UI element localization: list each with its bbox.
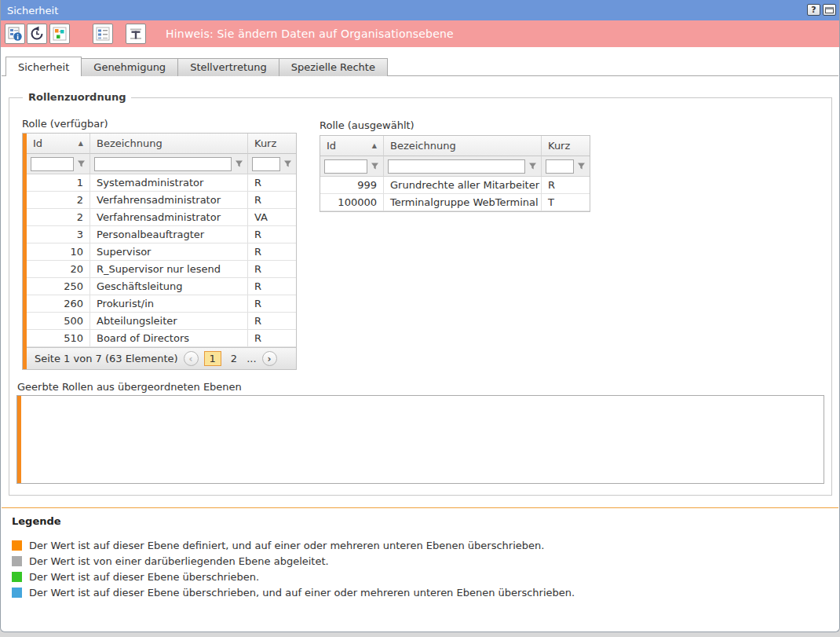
cell-kurz: R <box>248 330 296 347</box>
column-header-kurz[interactable]: Kurz <box>542 136 590 156</box>
legende-item: Der Wert ist auf dieser Ebene überschrie… <box>12 569 828 584</box>
notice-toolbar: Hinweis: Sie ändern Daten auf Organisati… <box>1 20 839 47</box>
selected-roles-grid: Id ▲ Bezeichnung Kurz <box>320 135 590 212</box>
cell-kurz: R <box>248 243 296 261</box>
cell-kurz: R <box>542 177 590 194</box>
table-row[interactable]: 20 R_Supervisor nur lesend R <box>27 261 296 278</box>
cell-bezeichnung: Verfahrensadministrator <box>90 209 248 226</box>
cell-bezeichnung: Verfahrensadministrator <box>90 192 248 209</box>
legende-item-text: Der Wert ist auf dieser Ebene überschrie… <box>29 587 575 599</box>
filter-funnel-icon[interactable] <box>77 159 86 168</box>
window-button[interactable] <box>823 4 836 16</box>
filter-input-kurz[interactable] <box>546 159 574 174</box>
cell-bezeichnung: Geschäftsleitung <box>90 278 248 295</box>
cell-bezeichnung: Terminalgruppe WebTerminal <box>384 194 542 211</box>
column-header-id-label: Id <box>327 140 336 152</box>
table-row[interactable]: 250 Geschäftsleitung R <box>27 278 296 295</box>
filter-funnel-icon[interactable] <box>528 162 537 170</box>
column-header-kurz[interactable]: Kurz <box>248 134 296 154</box>
pager-next-button[interactable]: › <box>262 351 277 366</box>
tab-stellvertretung[interactable]: Stellvertretung <box>177 58 279 76</box>
orange-swatch-icon <box>12 540 22 551</box>
notice-text: Hinweis: Sie ändern Daten auf Organisati… <box>166 27 454 40</box>
table-row[interactable]: 500 Abteilungsleiter R <box>27 313 296 330</box>
tab-sicherheit[interactable]: Sicherheit <box>5 57 82 76</box>
filter-input-bezeichnung[interactable] <box>388 159 525 174</box>
legende-item: Der Wert ist von einer darüberliegenden … <box>12 553 828 569</box>
pager-prev-button[interactable]: ‹ <box>184 351 199 366</box>
cell-kurz: R <box>248 174 296 192</box>
text-format-icon <box>128 26 144 42</box>
organisation-info-button[interactable] <box>5 24 25 44</box>
legende-item: Der Wert ist auf dieser Ebene überschrie… <box>12 584 828 600</box>
table-row[interactable]: 3 Personalbeauftragter R <box>27 226 296 243</box>
column-header-bezeichnung[interactable]: Bezeichnung <box>384 136 542 156</box>
tab-genehmigung[interactable]: Genehmigung <box>81 58 178 76</box>
cell-kurz: R <box>248 295 296 313</box>
cell-kurz: R <box>248 278 296 295</box>
cell-id: 3 <box>27 226 90 243</box>
history-button[interactable] <box>27 24 47 44</box>
history-icon <box>29 26 45 42</box>
title-bar: Sicherheit ? <box>1 0 839 20</box>
help-button[interactable]: ? <box>807 4 820 16</box>
details-list-icon <box>95 26 111 42</box>
table-row[interactable]: 260 Prokurist/in R <box>27 295 296 313</box>
window-title: Sicherheit <box>7 5 58 16</box>
organisation-info-icon <box>7 26 23 42</box>
legend-colors-button[interactable] <box>49 24 70 44</box>
filter-input-bezeichnung[interactable] <box>94 157 232 171</box>
cell-id: 1 <box>27 174 90 192</box>
table-row[interactable]: 10 Supervisor R <box>27 243 296 261</box>
app-window: Sicherheit ? <box>0 0 840 632</box>
selected-header-row: Id ▲ Bezeichnung Kurz <box>320 136 590 156</box>
column-header-bezeichnung[interactable]: Bezeichnung <box>90 134 248 154</box>
sort-ascending-icon: ▲ <box>372 142 377 149</box>
legende-title: Legende <box>12 515 828 527</box>
cell-kurz: T <box>542 194 590 211</box>
legende-item-text: Der Wert ist auf dieser Ebene definiert,… <box>29 540 544 551</box>
pager-page-1[interactable]: 1 <box>204 351 221 366</box>
legende-item: Der Wert ist auf dieser Ebene definiert,… <box>12 537 828 553</box>
cell-kurz: R <box>248 192 296 209</box>
filter-funnel-icon[interactable] <box>283 159 292 168</box>
cell-id: 250 <box>27 278 90 295</box>
pager-page-2[interactable]: 2 <box>227 352 241 365</box>
pager: Seite 1 von 7 (63 Elemente) ‹ 1 2 ... › <box>27 347 296 369</box>
available-header-row: Id ▲ Bezeichnung Kurz <box>27 134 296 154</box>
filter-input-id[interactable] <box>31 157 74 171</box>
groupbox-title: Rollenzuordnung <box>23 91 131 103</box>
table-row[interactable]: 2 Verfahrensadministrator R <box>27 192 296 209</box>
legende-panel: Legende Der Wert ist auf dieser Ebene de… <box>12 515 828 600</box>
cell-bezeichnung: Personalbeauftragter <box>90 226 248 243</box>
cell-kurz: R <box>248 261 296 278</box>
table-row[interactable]: 510 Board of Directors R <box>27 330 296 347</box>
column-header-id[interactable]: Id ▲ <box>27 134 90 154</box>
column-header-bezeichnung-label: Bezeichnung <box>390 140 456 152</box>
table-row[interactable]: 100000 Terminalgruppe WebTerminal T <box>320 194 590 211</box>
cell-bezeichnung: Grundrechte aller Mitarbeiter <box>384 177 542 194</box>
sort-ascending-icon: ▲ <box>79 140 83 147</box>
cell-id: 2 <box>27 192 90 209</box>
table-row[interactable]: 2 Verfahrensadministrator VA <box>27 209 296 226</box>
filter-input-kurz[interactable] <box>252 157 280 171</box>
filter-funnel-icon[interactable] <box>577 162 586 170</box>
filter-funnel-icon[interactable] <box>371 162 379 170</box>
filter-funnel-icon[interactable] <box>235 159 243 168</box>
inherited-roles-label: Geerbte Rollen aus übergeordneten Ebenen <box>17 381 242 393</box>
window-icon <box>825 7 834 13</box>
available-filter-row <box>27 154 296 174</box>
legende-item-text: Der Wert ist von einer darüberliegenden … <box>29 555 329 567</box>
filter-input-id[interactable] <box>324 159 367 174</box>
cell-kurz: VA <box>248 209 296 226</box>
tab-spezielle-rechte[interactable]: Spezielle Rechte <box>279 58 388 76</box>
text-format-button[interactable] <box>126 24 146 44</box>
cell-kurz: R <box>248 313 296 330</box>
table-row[interactable]: 999 Grundrechte aller Mitarbeiter R <box>320 177 590 194</box>
blue-swatch-icon <box>12 588 22 598</box>
column-header-kurz-label: Kurz <box>548 140 570 152</box>
details-list-button[interactable] <box>93 24 113 44</box>
table-row[interactable]: 1 Systemadministrator R <box>27 174 296 192</box>
cell-bezeichnung: Board of Directors <box>90 330 248 347</box>
column-header-id[interactable]: Id ▲ <box>320 136 384 156</box>
